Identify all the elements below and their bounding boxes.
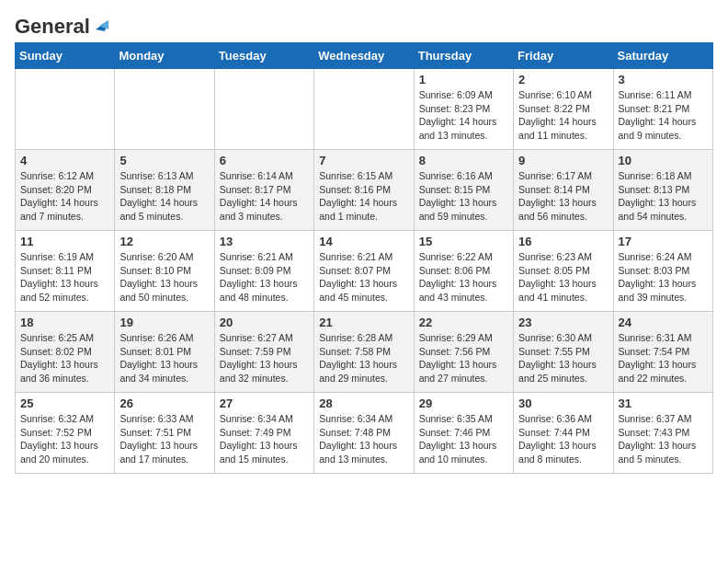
calendar-day-11: 11Sunrise: 6:19 AM Sunset: 8:11 PM Dayli… — [16, 231, 115, 312]
day-info: Sunrise: 6:34 AM Sunset: 7:48 PM Dayligh… — [319, 412, 408, 466]
calendar-day-29: 29Sunrise: 6:35 AM Sunset: 7:46 PM Dayli… — [414, 393, 513, 474]
day-number: 6 — [220, 154, 309, 167]
calendar-day-empty — [16, 69, 115, 150]
calendar-day-24: 24Sunrise: 6:31 AM Sunset: 7:54 PM Dayli… — [613, 312, 712, 393]
calendar-week-5: 25Sunrise: 6:32 AM Sunset: 7:52 PM Dayli… — [16, 393, 713, 474]
calendar-day-8: 8Sunrise: 6:16 AM Sunset: 8:15 PM Daylig… — [414, 150, 513, 231]
calendar-day-7: 7Sunrise: 6:15 AM Sunset: 8:16 PM Daylig… — [314, 150, 414, 231]
day-number: 22 — [419, 316, 508, 329]
day-number: 8 — [419, 154, 508, 167]
calendar-day-28: 28Sunrise: 6:34 AM Sunset: 7:48 PM Dayli… — [314, 393, 414, 474]
calendar-week-4: 18Sunrise: 6:25 AM Sunset: 8:02 PM Dayli… — [16, 312, 713, 393]
calendar-day-12: 12Sunrise: 6:20 AM Sunset: 8:10 PM Dayli… — [115, 231, 214, 312]
day-info: Sunrise: 6:10 AM Sunset: 8:22 PM Dayligh… — [518, 88, 608, 143]
calendar-day-31: 31Sunrise: 6:37 AM Sunset: 7:43 PM Dayli… — [613, 393, 712, 474]
calendar-day-empty — [214, 69, 313, 150]
day-number: 13 — [220, 235, 309, 248]
calendar-day-13: 13Sunrise: 6:21 AM Sunset: 8:09 PM Dayli… — [214, 231, 313, 312]
weekday-header-saturday: Saturday — [613, 43, 712, 69]
day-info: Sunrise: 6:28 AM Sunset: 7:58 PM Dayligh… — [319, 331, 408, 385]
day-info: Sunrise: 6:22 AM Sunset: 8:06 PM Dayligh… — [419, 250, 508, 304]
calendar-day-empty — [314, 69, 414, 150]
calendar-week-2: 4Sunrise: 6:12 AM Sunset: 8:20 PM Daylig… — [16, 150, 713, 231]
calendar-week-3: 11Sunrise: 6:19 AM Sunset: 8:11 PM Dayli… — [16, 231, 713, 312]
header: General — [15, 15, 713, 35]
weekday-header-monday: Monday — [115, 43, 214, 69]
day-number: 12 — [119, 235, 209, 248]
calendar-day-10: 10Sunrise: 6:18 AM Sunset: 8:13 PM Dayli… — [613, 150, 712, 231]
day-info: Sunrise: 6:21 AM Sunset: 8:09 PM Dayligh… — [220, 250, 309, 304]
day-info: Sunrise: 6:27 AM Sunset: 7:59 PM Dayligh… — [220, 331, 309, 385]
day-number: 30 — [518, 396, 608, 410]
logo: General — [15, 15, 108, 35]
day-number: 23 — [518, 316, 608, 329]
day-info: Sunrise: 6:20 AM Sunset: 8:10 PM Dayligh… — [119, 250, 209, 304]
day-number: 29 — [419, 396, 508, 410]
logo-general: General — [15, 15, 90, 39]
calendar-day-5: 5Sunrise: 6:13 AM Sunset: 8:18 PM Daylig… — [115, 150, 214, 231]
weekday-header-row: SundayMondayTuesdayWednesdayThursdayFrid… — [16, 43, 713, 69]
calendar-day-6: 6Sunrise: 6:14 AM Sunset: 8:17 PM Daylig… — [214, 150, 313, 231]
day-number: 31 — [619, 396, 708, 410]
day-info: Sunrise: 6:31 AM Sunset: 7:54 PM Dayligh… — [619, 331, 708, 385]
day-number: 26 — [119, 396, 209, 410]
calendar-day-1: 1Sunrise: 6:09 AM Sunset: 8:23 PM Daylig… — [414, 69, 513, 150]
day-number: 4 — [20, 154, 109, 167]
day-info: Sunrise: 6:17 AM Sunset: 8:14 PM Dayligh… — [518, 169, 608, 224]
calendar-day-20: 20Sunrise: 6:27 AM Sunset: 7:59 PM Dayli… — [214, 312, 313, 393]
day-number: 25 — [20, 396, 109, 410]
day-info: Sunrise: 6:29 AM Sunset: 7:56 PM Dayligh… — [419, 331, 508, 385]
weekday-header-tuesday: Tuesday — [214, 43, 313, 69]
calendar-day-27: 27Sunrise: 6:34 AM Sunset: 7:49 PM Dayli… — [214, 393, 313, 474]
day-info: Sunrise: 6:34 AM Sunset: 7:49 PM Dayligh… — [220, 412, 309, 466]
calendar-day-17: 17Sunrise: 6:24 AM Sunset: 8:03 PM Dayli… — [613, 231, 712, 312]
calendar-day-4: 4Sunrise: 6:12 AM Sunset: 8:20 PM Daylig… — [16, 150, 115, 231]
day-number: 17 — [619, 235, 708, 248]
day-info: Sunrise: 6:33 AM Sunset: 7:51 PM Dayligh… — [119, 412, 209, 466]
day-info: Sunrise: 6:15 AM Sunset: 8:16 PM Dayligh… — [319, 169, 408, 224]
day-info: Sunrise: 6:23 AM Sunset: 8:05 PM Dayligh… — [518, 250, 608, 304]
day-info: Sunrise: 6:24 AM Sunset: 8:03 PM Dayligh… — [619, 250, 708, 304]
calendar-day-14: 14Sunrise: 6:21 AM Sunset: 8:07 PM Dayli… — [314, 231, 414, 312]
day-info: Sunrise: 6:30 AM Sunset: 7:55 PM Dayligh… — [518, 331, 608, 385]
day-number: 20 — [220, 316, 309, 329]
day-info: Sunrise: 6:19 AM Sunset: 8:11 PM Dayligh… — [20, 250, 109, 304]
day-info: Sunrise: 6:26 AM Sunset: 8:01 PM Dayligh… — [119, 331, 209, 385]
day-info: Sunrise: 6:14 AM Sunset: 8:17 PM Dayligh… — [220, 169, 309, 224]
calendar-day-18: 18Sunrise: 6:25 AM Sunset: 8:02 PM Dayli… — [16, 312, 115, 393]
day-number: 19 — [119, 316, 209, 329]
calendar-day-9: 9Sunrise: 6:17 AM Sunset: 8:14 PM Daylig… — [514, 150, 613, 231]
day-info: Sunrise: 6:32 AM Sunset: 7:52 PM Dayligh… — [20, 412, 109, 466]
calendar-day-15: 15Sunrise: 6:22 AM Sunset: 8:06 PM Dayli… — [414, 231, 513, 312]
day-info: Sunrise: 6:11 AM Sunset: 8:21 PM Dayligh… — [619, 88, 708, 143]
day-number: 15 — [419, 235, 508, 248]
day-number: 11 — [20, 235, 109, 248]
day-info: Sunrise: 6:13 AM Sunset: 8:18 PM Dayligh… — [119, 169, 209, 224]
day-info: Sunrise: 6:36 AM Sunset: 7:44 PM Dayligh… — [518, 412, 608, 466]
day-number: 7 — [319, 154, 408, 167]
day-info: Sunrise: 6:25 AM Sunset: 8:02 PM Dayligh… — [20, 331, 109, 385]
day-number: 21 — [319, 316, 408, 329]
day-info: Sunrise: 6:35 AM Sunset: 7:46 PM Dayligh… — [419, 412, 508, 466]
calendar-day-21: 21Sunrise: 6:28 AM Sunset: 7:58 PM Dayli… — [314, 312, 414, 393]
day-number: 9 — [518, 154, 608, 167]
day-number: 27 — [220, 396, 309, 410]
calendar-day-25: 25Sunrise: 6:32 AM Sunset: 7:52 PM Dayli… — [16, 393, 115, 474]
calendar-day-30: 30Sunrise: 6:36 AM Sunset: 7:44 PM Dayli… — [514, 393, 613, 474]
logo-bird-icon — [92, 17, 108, 33]
day-number: 28 — [319, 396, 408, 410]
day-number: 5 — [119, 154, 209, 167]
day-number: 10 — [619, 154, 708, 167]
calendar-day-2: 2Sunrise: 6:10 AM Sunset: 8:22 PM Daylig… — [514, 69, 613, 150]
day-number: 18 — [20, 316, 109, 329]
calendar-day-22: 22Sunrise: 6:29 AM Sunset: 7:56 PM Dayli… — [414, 312, 513, 393]
calendar-day-23: 23Sunrise: 6:30 AM Sunset: 7:55 PM Dayli… — [514, 312, 613, 393]
day-info: Sunrise: 6:09 AM Sunset: 8:23 PM Dayligh… — [419, 88, 508, 143]
calendar-table: SundayMondayTuesdayWednesdayThursdayFrid… — [15, 42, 713, 474]
calendar-day-3: 3Sunrise: 6:11 AM Sunset: 8:21 PM Daylig… — [613, 69, 712, 150]
calendar-day-empty — [115, 69, 214, 150]
day-info: Sunrise: 6:18 AM Sunset: 8:13 PM Dayligh… — [619, 169, 708, 224]
weekday-header-wednesday: Wednesday — [314, 43, 414, 69]
weekday-header-thursday: Thursday — [414, 43, 513, 69]
calendar-week-1: 1Sunrise: 6:09 AM Sunset: 8:23 PM Daylig… — [16, 69, 713, 150]
